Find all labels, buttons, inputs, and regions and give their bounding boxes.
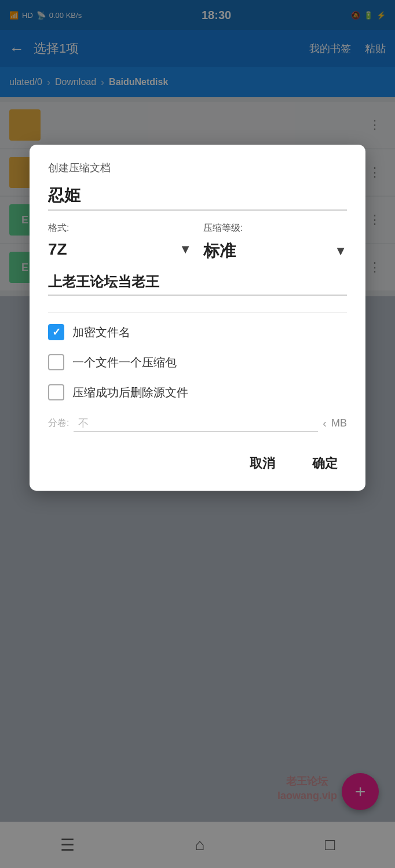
cancel-button[interactable]: 取消 <box>240 450 284 477</box>
level-select[interactable]: 标准 ▼ <box>203 238 347 264</box>
checkbox-one-file-row: 一个文件一个压缩包 <box>48 354 347 370</box>
format-arrow: ▼ <box>179 242 192 257</box>
checkbox-one-file[interactable] <box>48 354 64 370</box>
checkbox-encrypt-filename[interactable]: ✓ <box>48 324 64 340</box>
split-label: 分卷: <box>48 417 69 429</box>
format-select[interactable]: 7Z ▼ <box>48 238 192 261</box>
format-field: 格式: 7Z ▼ <box>48 222 192 261</box>
check-icon: ✓ <box>52 326 61 339</box>
format-level-row: 格式: 7Z ▼ 压缩等级: 标准 ▼ <box>48 222 347 264</box>
dialog-title: 创建压缩文档 <box>48 161 347 175</box>
level-field: 压缩等级: 标准 ▼ <box>203 222 347 264</box>
overlay: 创建压缩文档 格式: 7Z ▼ 压缩等级: 标准 ▼ ✓ <box>0 0 395 868</box>
level-arrow: ▼ <box>334 244 347 259</box>
split-input[interactable] <box>74 414 318 432</box>
level-value: 标准 <box>203 240 236 262</box>
checkbox-delete-source[interactable] <box>48 384 64 400</box>
create-archive-dialog: 创建压缩文档 格式: 7Z ▼ 压缩等级: 标准 ▼ ✓ <box>30 145 365 491</box>
password-input[interactable] <box>48 274 347 296</box>
split-arrow[interactable]: ‹ <box>323 417 327 430</box>
checkbox-encrypt-filename-label: 加密文件名 <box>72 325 130 340</box>
divider <box>48 312 347 312</box>
level-label: 压缩等级: <box>203 222 347 234</box>
format-value: 7Z <box>48 240 67 259</box>
checkbox-delete-source-label: 压缩成功后删除源文件 <box>72 385 188 400</box>
filename-input[interactable] <box>48 186 347 211</box>
split-unit: MB <box>331 417 347 429</box>
format-label: 格式: <box>48 222 192 234</box>
confirm-button[interactable]: 确定 <box>303 450 347 477</box>
checkbox-delete-source-row: 压缩成功后删除源文件 <box>48 384 347 400</box>
split-row: 分卷: ‹ MB <box>48 414 347 432</box>
checkbox-encrypt-filename-row: ✓ 加密文件名 <box>48 324 347 340</box>
dialog-buttons: 取消 确定 <box>48 450 347 477</box>
checkbox-one-file-label: 一个文件一个压缩包 <box>72 355 177 370</box>
